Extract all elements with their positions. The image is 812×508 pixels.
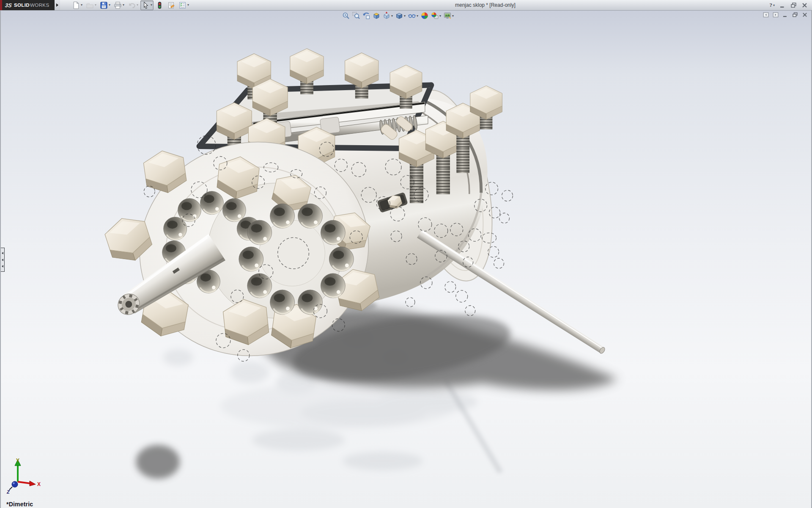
file-properties-button[interactable] [166, 0, 176, 10]
section-view-button[interactable] [372, 11, 381, 20]
axis-z-label: Z [6, 489, 10, 494]
print-button[interactable]: ▾ [112, 0, 126, 10]
zoom-to-area-button[interactable] [352, 11, 360, 20]
help-button[interactable]: ?▾ [769, 2, 775, 8]
pane-toggle-right-button[interactable] [773, 12, 779, 18]
close-button[interactable] [801, 2, 808, 8]
3ds-logo-icon: 3S [5, 2, 12, 8]
rod-reflection [443, 380, 503, 474]
minimize-button[interactable] [782, 12, 788, 18]
save-button[interactable]: ▾ [99, 0, 112, 10]
previous-view-button[interactable] [362, 11, 370, 20]
view-orientation-button[interactable]: ▾ [382, 11, 393, 20]
hide-show-items-button[interactable]: ▾ [408, 11, 419, 20]
new-document-button[interactable]: ▾ [71, 0, 84, 10]
options-button[interactable]: ▾ [177, 0, 190, 10]
view-settings-button[interactable]: ▾ [443, 11, 454, 20]
undo-button[interactable]: ▾ [126, 0, 140, 10]
axis-x-label: X [37, 481, 41, 487]
open-button[interactable]: ▾ [85, 0, 98, 10]
window-controls: ?▾ [769, 0, 808, 10]
solidworks-logo: 3S SOLID WORKS [0, 0, 55, 10]
dropdown-arrow-icon[interactable]: ▾ [81, 3, 82, 7]
gearbox-model-render[interactable] [1, 10, 811, 508]
featuremanager-collapsed-tab[interactable] [1, 248, 5, 272]
right-triangle-icon [56, 3, 58, 7]
document-window-controls [763, 12, 808, 18]
view-orientation-label: *Dimetric [6, 501, 33, 508]
graphics-viewport[interactable]: ▾▾▾▾▾ Y X Z *Dimetric [0, 10, 812, 508]
main-toolbar: ▾▾▾▾▾▾▾ [71, 0, 190, 10]
dropdown-arrow-icon[interactable]: ▾ [137, 3, 138, 7]
orientation-triad: Y X Z [3, 456, 44, 497]
dropdown-arrow-icon[interactable]: ▾ [391, 14, 393, 18]
dropdown-arrow-icon[interactable]: ▾ [109, 3, 110, 7]
dropdown-arrow-icon[interactable]: ▾ [417, 14, 418, 18]
dropdown-arrow-icon[interactable]: ▾ [95, 3, 96, 7]
dropdown-arrow-icon[interactable]: ▾ [439, 14, 441, 18]
axis-y-label: Y [16, 458, 19, 464]
dropdown-arrow-icon[interactable]: ▾ [452, 14, 454, 18]
close-button[interactable] [802, 12, 808, 18]
brand-name-bold: SOLID [14, 3, 30, 8]
apply-scene-button[interactable]: ▾ [431, 11, 442, 20]
brand-red-bar [0, 0, 2, 10]
headsup-view-toolbar: ▾▾▾▾▾ [342, 11, 454, 20]
dropdown-arrow-icon[interactable]: ▾ [773, 3, 775, 7]
dropdown-arrow-icon[interactable]: ▾ [151, 3, 152, 7]
dropdown-arrow-icon[interactable]: ▾ [404, 14, 406, 18]
display-style-button[interactable]: ▾ [395, 11, 406, 20]
minimize-button[interactable] [779, 2, 786, 8]
zoom-to-fit-button[interactable] [342, 11, 350, 20]
pane-toggle-left-button[interactable] [763, 12, 769, 18]
window-title: menjac sklop * [Read-only] [455, 0, 516, 10]
collapse-left-icon [2, 252, 3, 254]
titlebar: 3S SOLID WORKS ▾▾▾▾▾▾▾ menjac sklop * [R… [0, 0, 812, 11]
dropdown-arrow-icon[interactable]: ▾ [123, 3, 124, 7]
select-button[interactable]: ▾ [140, 0, 154, 10]
dropdown-arrow-icon[interactable]: ▾ [187, 3, 189, 7]
restore-button[interactable] [792, 12, 798, 18]
brand-name-light: WORKS [30, 3, 49, 8]
edit-appearance-button[interactable] [420, 11, 429, 20]
rebuild-button[interactable] [154, 0, 165, 10]
menu-flyout-arrow[interactable] [55, 0, 60, 10]
collapse-left-icon [2, 265, 3, 268]
restore-button[interactable] [790, 2, 797, 8]
collapse-left-icon [2, 259, 3, 261]
